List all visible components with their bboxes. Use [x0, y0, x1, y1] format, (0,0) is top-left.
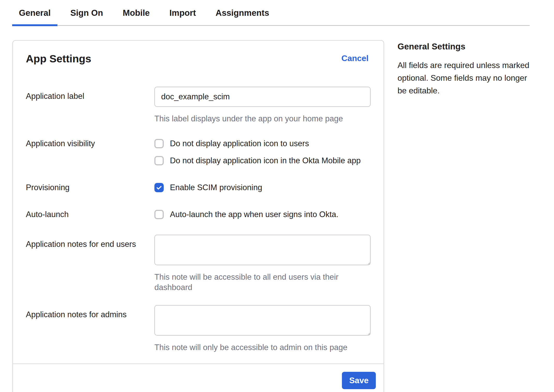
card-header: App Settings Cancel	[13, 41, 384, 65]
field-label-application-visibility: Application visibility	[26, 138, 154, 166]
checkbox-hide-icon-users[interactable]	[154, 139, 164, 148]
row-application-label: Application label This label displays un…	[26, 87, 371, 124]
tab-import[interactable]: Import	[163, 8, 203, 25]
auto-launch-option[interactable]: Auto-launch the app when user signs into…	[154, 209, 371, 220]
card-title: App Settings	[26, 53, 91, 65]
page-content: App Settings Cancel Application label Th…	[0, 40, 554, 392]
row-provisioning: Provisioning Enable SCIM provisioning	[26, 182, 371, 193]
tab-mobile[interactable]: Mobile	[116, 8, 156, 25]
field-label-provisioning: Provisioning	[26, 182, 154, 193]
field-label-notes-admins: Application notes for admins	[26, 305, 154, 353]
card-body: Application label This label displays un…	[13, 65, 384, 353]
help-panel-body: All fields are required unless marked op…	[398, 59, 534, 97]
cancel-link[interactable]: Cancel	[341, 53, 369, 64]
notes-admins-helper: This note will only be accessible to adm…	[154, 342, 371, 353]
tab-bar: General Sign On Mobile Import Assignment…	[12, 0, 530, 26]
checkbox-label: Enable SCIM provisioning	[170, 182, 262, 193]
checkbox-auto-launch[interactable]	[154, 210, 164, 219]
card-footer: Save	[13, 364, 384, 392]
field-label-auto-launch: Auto-launch	[26, 209, 154, 220]
tab-sign-on[interactable]: Sign On	[64, 8, 110, 25]
checkmark-icon	[156, 184, 162, 191]
help-panel-heading: General Settings	[398, 41, 534, 52]
checkbox-enable-scim[interactable]	[154, 183, 164, 192]
visibility-users-option[interactable]: Do not display application icon to users	[154, 138, 371, 149]
checkbox-label: Auto-launch the app when user signs into…	[170, 209, 338, 220]
field-label-notes-end-users: Application notes for end users	[26, 235, 154, 293]
row-auto-launch: Auto-launch Auto-launch the app when use…	[26, 209, 371, 220]
checkbox-label: Do not display application icon in the O…	[170, 156, 361, 166]
general-settings-help-panel: General Settings All fields are required…	[398, 40, 534, 97]
notes-end-users-textarea[interactable]	[154, 235, 371, 265]
row-notes-end-users: Application notes for end users This not…	[26, 235, 371, 293]
application-label-input[interactable]	[154, 87, 371, 107]
application-label-helper: This label displays under the app on you…	[154, 114, 371, 124]
notes-admins-textarea[interactable]	[154, 305, 371, 336]
tab-assignments[interactable]: Assignments	[209, 8, 276, 25]
row-application-visibility: Application visibility Do not display ap…	[26, 138, 371, 166]
tab-general[interactable]: General	[12, 8, 57, 25]
app-settings-card: App Settings Cancel Application label Th…	[12, 40, 384, 392]
row-notes-admins: Application notes for admins This note w…	[26, 305, 371, 353]
save-button[interactable]: Save	[342, 372, 376, 389]
checkbox-label: Do not display application icon to users	[170, 138, 309, 149]
visibility-mobile-option[interactable]: Do not display application icon in the O…	[154, 156, 371, 166]
notes-end-users-helper: This note will be accessible to all end …	[154, 272, 371, 293]
field-label-application-label: Application label	[26, 87, 154, 124]
provisioning-option[interactable]: Enable SCIM provisioning	[154, 182, 371, 193]
checkbox-hide-icon-mobile[interactable]	[154, 156, 164, 165]
